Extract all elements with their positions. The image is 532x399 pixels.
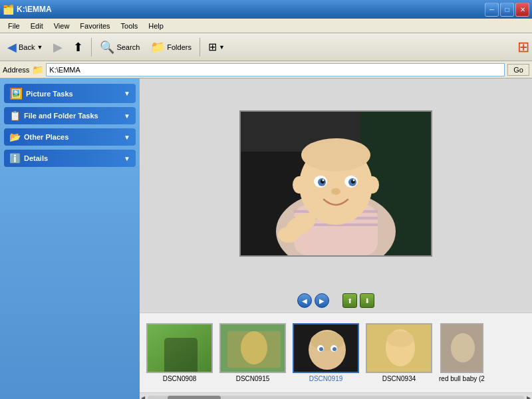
- thumbnail-image: [440, 323, 483, 373]
- back-label: Back: [19, 43, 35, 51]
- back-dropdown-icon[interactable]: ▼: [37, 44, 43, 51]
- address-input[interactable]: [46, 63, 505, 76]
- folders-label: Folders: [167, 43, 192, 51]
- svg-rect-25: [164, 338, 198, 373]
- thumbnail-strip: DSCN0908 DSCN0915: [140, 313, 532, 392]
- picture-tasks-header-content: 🖼️ Picture Tasks: [9, 87, 73, 100]
- menu-favorites[interactable]: Favorites: [74, 21, 115, 31]
- thumbnail-image: [146, 323, 213, 373]
- horizontal-scrollbar[interactable]: ◀ ▶: [140, 392, 532, 399]
- picture-tasks-panel[interactable]: 🖼️ Picture Tasks ▼: [4, 84, 136, 103]
- main-area: 🖼️ Picture Tasks ▼ 📋 File and Folder Tas…: [0, 78, 532, 399]
- menu-help[interactable]: Help: [143, 21, 169, 31]
- thumb-svg: [148, 325, 213, 373]
- menu-tools[interactable]: Tools: [116, 21, 144, 31]
- menu-edit[interactable]: Edit: [25, 21, 49, 31]
- window-icon: 🗂️: [3, 4, 14, 15]
- svg-point-38: [387, 331, 414, 347]
- thumb-svg: [294, 325, 359, 373]
- go-button[interactable]: Go: [507, 64, 529, 76]
- folders-icon: 📁: [150, 40, 165, 55]
- thumbnail-image: [366, 323, 432, 373]
- windows-logo: ⊞: [517, 39, 529, 56]
- menu-file[interactable]: File: [3, 21, 25, 31]
- file-folder-tasks-panel[interactable]: 📋 File and Folder Tasks ▼: [4, 107, 136, 124]
- up-button[interactable]: ⬆: [68, 37, 88, 57]
- file-folder-icon: 📋: [9, 110, 21, 121]
- details-label: Details: [24, 154, 48, 162]
- thumbnail-label: DSCN0908: [163, 375, 197, 382]
- thumbnail-item[interactable]: DSCN0908: [146, 323, 213, 382]
- menu-view[interactable]: View: [49, 21, 75, 31]
- details-panel[interactable]: ℹ️ Details ▼: [4, 150, 136, 167]
- toolbar: ◀ Back ▼ ▶ ⬆ 🔍 Search 📁 Folders ⊞ ▼ ⊞: [0, 33, 532, 61]
- picture-tasks-label: Picture Tasks: [26, 90, 73, 98]
- other-places-header-content: 📂 Other Places: [9, 132, 68, 142]
- svg-point-19: [293, 176, 306, 194]
- back-icon: ◀: [7, 40, 17, 55]
- thumbnail-image-selected: [293, 323, 359, 373]
- thumbnail-label: red bull baby (2: [439, 375, 485, 382]
- details-chevron-icon: ▼: [124, 155, 130, 162]
- menu-bar: File Edit View Favorites Tools Help: [0, 19, 532, 33]
- back-button[interactable]: ◀ Back ▼: [3, 37, 47, 57]
- search-button[interactable]: 🔍 Search: [95, 37, 144, 57]
- svg-point-17: [353, 180, 355, 182]
- thumb-svg: [442, 325, 483, 373]
- close-button[interactable]: ✕: [515, 3, 529, 17]
- toolbar-separator-2: [200, 38, 200, 57]
- folders-button[interactable]: 📁 Folders: [146, 37, 196, 57]
- svg-point-40: [451, 333, 475, 362]
- thumbnail-item[interactable]: DSCN0915: [219, 323, 286, 382]
- thumb-svg: [221, 325, 286, 373]
- views-button[interactable]: ⊞ ▼: [203, 38, 229, 56]
- maximize-button[interactable]: □: [500, 3, 514, 17]
- forward-button[interactable]: ▶: [49, 37, 67, 57]
- next-button[interactable]: ▶: [315, 293, 329, 308]
- thumbnail-item[interactable]: DSCN0934: [366, 323, 432, 382]
- thumbnail-image: [219, 323, 286, 373]
- svg-point-31: [311, 332, 344, 350]
- forward-icon: ▶: [53, 40, 63, 55]
- baby-photo-svg: [241, 112, 431, 255]
- address-bar: Address 📁 Go: [0, 61, 532, 78]
- thumbnail-label: DSCN0934: [382, 375, 416, 382]
- views-icon: ⊞: [208, 41, 217, 53]
- svg-point-9: [301, 138, 370, 172]
- picture-tasks-chevron-icon: ▼: [124, 90, 130, 97]
- other-places-panel[interactable]: 📂 Other Places ▼: [4, 128, 136, 146]
- svg-point-35: [332, 347, 336, 351]
- main-photo-display: [239, 110, 432, 257]
- prev-button[interactable]: ◀: [297, 293, 312, 308]
- playback-controls: ◀ ▶ ⬆ ⬇: [140, 289, 532, 313]
- file-folder-tasks-label: File and Folder Tasks: [24, 112, 98, 120]
- svg-point-16: [323, 180, 325, 182]
- shrink-button[interactable]: ⬇: [360, 293, 374, 308]
- thumbnail-item[interactable]: DSCN0919: [293, 323, 359, 382]
- scroll-left-icon[interactable]: ◀: [141, 395, 145, 399]
- window-title: K:\EMMA: [17, 5, 485, 14]
- file-folder-header-content: 📋 File and Folder Tasks: [9, 110, 98, 121]
- search-icon: 🔍: [100, 40, 114, 55]
- other-places-icon: 📂: [9, 132, 21, 142]
- minimize-button[interactable]: ─: [485, 3, 499, 17]
- scrollbar-thumb[interactable]: [168, 396, 221, 400]
- other-places-chevron-icon: ▼: [124, 134, 130, 141]
- file-folder-chevron-icon: ▼: [124, 112, 130, 120]
- views-dropdown-icon[interactable]: ▼: [219, 44, 225, 51]
- thumbnail-label: DSCN0915: [236, 375, 270, 382]
- details-header-content: ℹ️ Details: [9, 153, 48, 164]
- title-bar: 🗂️ K:\EMMA ─ □ ✕: [0, 0, 532, 19]
- thumb-svg: [367, 325, 432, 373]
- thumbnail-item[interactable]: red bull baby (2: [439, 323, 485, 382]
- content-area: ◀ ▶ ⬆ ⬇ DSCN0908: [140, 78, 532, 399]
- svg-point-20: [366, 176, 379, 194]
- sidebar: 🖼️ Picture Tasks ▼ 📋 File and Folder Tas…: [0, 78, 140, 399]
- grow-button[interactable]: ⬆: [342, 293, 357, 308]
- address-folder-icon: 📁: [32, 65, 43, 75]
- thumbnail-label: DSCN0919: [309, 375, 343, 382]
- svg-point-18: [331, 188, 340, 195]
- scroll-right-icon[interactable]: ▶: [527, 395, 531, 399]
- scrollbar-track[interactable]: [148, 396, 524, 400]
- search-label: Search: [116, 43, 140, 51]
